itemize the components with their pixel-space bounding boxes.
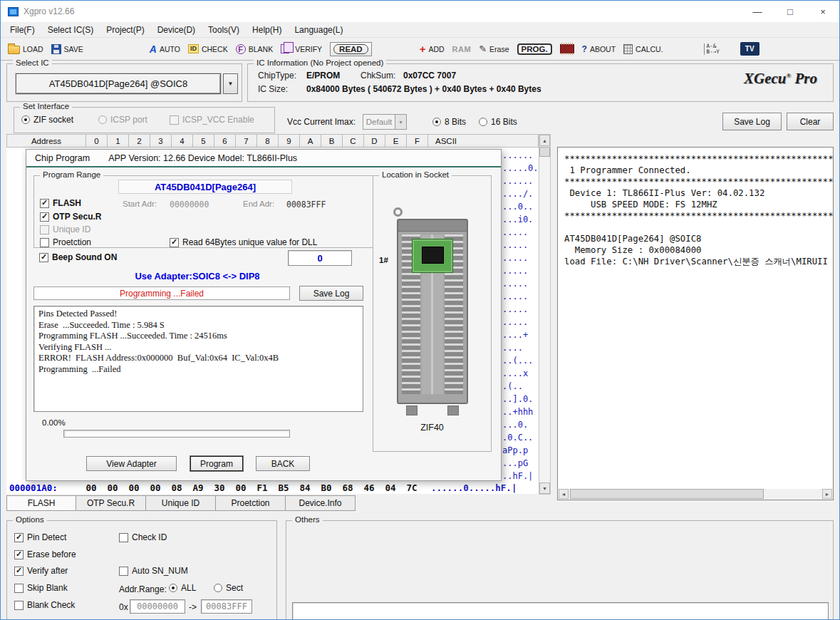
logic-button[interactable]: A-& B-→Y: [704, 43, 720, 55]
ic-combo-dropdown-button[interactable]: ▼: [223, 73, 238, 94]
dialog-save-log-button[interactable]: Save Log: [299, 286, 363, 301]
skip-blank-checkbox[interactable]: Skip Blank: [14, 583, 68, 593]
auto-sn-checkbox[interactable]: Auto SN_NUM: [119, 566, 188, 576]
app-icon: [8, 7, 19, 16]
addr-sect-radio[interactable]: Sect: [214, 583, 243, 593]
calculator-icon: [623, 44, 633, 54]
bits8-radio[interactable]: 8 Bits: [432, 117, 466, 127]
log-horizontal-scrollbar[interactable]: ◄ ►: [559, 489, 832, 499]
chevron-down-icon: ▼: [228, 81, 234, 87]
options-group: Options Pin Detect Check ID Erase before…: [6, 520, 277, 620]
address-column-header: Address: [7, 135, 86, 147]
radio-dot: [432, 118, 441, 126]
clear-button[interactable]: Clear: [787, 113, 834, 130]
memory-tab[interactable]: Unique ID: [146, 495, 216, 511]
save-log-button[interactable]: Save Log: [722, 113, 782, 130]
blank-check-checkbox[interactable]: Blank Check: [14, 600, 75, 610]
memory-tab[interactable]: OTP Secu.R: [76, 495, 146, 511]
verify-button[interactable]: VERIFY: [281, 44, 322, 53]
checkbox-box: [170, 238, 179, 247]
ic-combo[interactable]: AT45DB041D[Page264] @SOIC8: [16, 73, 221, 94]
check-button[interactable]: ID CHECK: [188, 44, 228, 53]
save-button[interactable]: SAVE: [51, 44, 83, 54]
hex-ascii-fragment: .(..: [502, 380, 538, 393]
icsp-port-radio[interactable]: ICSP port: [98, 115, 147, 125]
read-button[interactable]: READ: [330, 42, 372, 56]
erase-button[interactable]: ✎ Erase: [479, 43, 509, 54]
scrollbar-thumb[interactable]: [539, 147, 550, 157]
question-icon: ?: [582, 44, 587, 54]
range-to-input[interactable]: [201, 599, 252, 614]
read64-checkbox[interactable]: Read 64Bytes unique value for DLL: [170, 237, 317, 247]
erase-before-checkbox[interactable]: Erase before: [14, 549, 76, 559]
id-icon: ID: [188, 44, 199, 53]
log-line: load File: C:\NH Driver\Scanner\신분증 스캐너\…: [564, 256, 833, 267]
check-id-checkbox[interactable]: Check ID: [119, 532, 167, 542]
scroll-down-button[interactable]: ▼: [539, 482, 550, 494]
minimize-button[interactable]: —: [741, 1, 774, 22]
otp-secur-checkbox[interactable]: OTP Secu.R: [40, 212, 101, 222]
blank-button[interactable]: F BLANK: [236, 44, 273, 54]
protection-checkbox[interactable]: Proetction: [40, 237, 91, 247]
tv-button[interactable]: TV: [740, 42, 759, 56]
hex-data-row: 000001A0: 0000000008A93000F1B584B0684604…: [6, 481, 539, 494]
maximize-button[interactable]: □: [774, 1, 807, 22]
hex-column-header: D: [364, 135, 385, 147]
menu-item[interactable]: Help(H): [246, 24, 288, 36]
menu-item[interactable]: Language(L): [288, 24, 349, 36]
back-button[interactable]: BACK: [256, 456, 310, 471]
close-button[interactable]: ×: [807, 1, 839, 22]
select-ic-group: Select IC AT45DB041D[Page264] @SOIC8 ▼: [6, 63, 242, 102]
menu-item[interactable]: File(F): [4, 24, 41, 36]
beep-checkbox[interactable]: Beep Sound ON: [39, 252, 117, 262]
hex-column-header: 4: [172, 135, 193, 147]
back-label: BACK: [271, 459, 295, 469]
save-label: SAVE: [64, 45, 83, 53]
chip-button[interactable]: [560, 44, 574, 53]
memory-tab[interactable]: FLASH: [6, 495, 76, 511]
verify-label: VERIFY: [295, 45, 322, 53]
memory-tab[interactable]: Device.Info: [286, 495, 356, 511]
icsp-vcc-checkbox[interactable]: ICSP_VCC Enable: [170, 115, 254, 125]
calcu-button[interactable]: CALCU.: [623, 44, 663, 54]
scroll-up-button[interactable]: ▲: [539, 135, 550, 146]
checkbox-box: [14, 584, 24, 593]
menu-item[interactable]: Project(P): [100, 24, 150, 36]
program-button[interactable]: Program: [190, 456, 243, 471]
range-from-input[interactable]: [130, 599, 185, 614]
scrollbar-thumb[interactable]: [570, 489, 764, 499]
scroll-left-button[interactable]: ◄: [559, 489, 569, 499]
flash-checkbox[interactable]: FLASH: [40, 198, 81, 208]
scroll-right-button[interactable]: ►: [822, 489, 832, 499]
hex-byte: 00: [145, 482, 166, 493]
bits16-radio[interactable]: 16 Bits: [479, 117, 517, 127]
verify-after-checkbox[interactable]: Verify after: [14, 566, 68, 576]
log-line: Memory Size : 0x00084000: [564, 244, 833, 256]
menu-item[interactable]: Tools(V): [202, 24, 246, 36]
unique-id-checkbox[interactable]: Unique ID: [40, 224, 90, 234]
menu-item[interactable]: Select IC(S): [41, 24, 100, 36]
vcc-combo[interactable]: Default ▼: [363, 114, 407, 130]
titlebar: Xgpro v12.66 — □ ×: [1, 1, 839, 22]
log-line: Device 1: TL866II-Plus Ver: 04.02.132: [564, 187, 833, 199]
chip-program-dialog: Chip Program APP Version: 12.66 Device M…: [26, 149, 502, 481]
memory-tab[interactable]: Proetction: [216, 495, 286, 511]
chip-type-value: E/PROM: [306, 71, 340, 81]
menu-item[interactable]: Device(D): [151, 24, 202, 36]
ram-button[interactable]: RAM: [452, 45, 472, 53]
hex-ascii-fragment: ....+: [502, 329, 538, 341]
hex-column-header: E: [385, 135, 407, 147]
about-button[interactable]: ? ABOUT: [582, 44, 616, 54]
addr-all-radio[interactable]: ALL: [169, 583, 196, 593]
ic-size-value: 0x84000 Bytes ( 540672 Bytes ) + 0x40 By…: [306, 84, 541, 94]
add-button[interactable]: + ADD: [420, 43, 445, 55]
hex-ascii-fragment: .....: [502, 252, 538, 264]
pin-detect-checkbox[interactable]: Pin Detect: [14, 532, 66, 542]
prog-button[interactable]: PROG.: [517, 43, 552, 55]
zif-socket-radio[interactable]: ZIF socket: [21, 115, 73, 125]
view-adapter-button[interactable]: View Adapter: [86, 456, 177, 471]
operation-log-line: Verifying FLASH ...: [38, 342, 358, 353]
load-button[interactable]: LOAD: [8, 44, 43, 54]
hex-vertical-scrollbar[interactable]: ▲ ▼: [539, 134, 551, 495]
auto-button[interactable]: A AUTO: [150, 43, 180, 55]
